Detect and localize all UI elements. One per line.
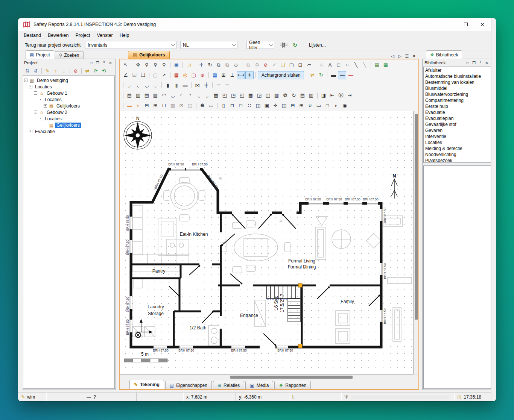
fridge-icon[interactable]: ▯ <box>219 102 228 110</box>
vertical-scroll-thumb[interactable] <box>415 114 418 320</box>
back-to-project-button[interactable]: Terug naar project overzicht <box>22 41 84 49</box>
sort-az-icon[interactable]: ⇵ <box>32 67 40 75</box>
close-tab-icon[interactable]: ✕ <box>411 54 418 59</box>
tree-expander[interactable]: - <box>39 98 42 101</box>
tree-item[interactable]: - Locaties <box>23 96 114 103</box>
wall-fill-icon[interactable]: ▬ <box>181 81 189 89</box>
image-icon[interactable]: ▦ <box>373 61 381 69</box>
toilet-icon[interactable]: ◉ <box>341 102 349 110</box>
tree-item[interactable]: - ▦ Demo vestiging <box>23 77 114 83</box>
dotted-select-icon[interactable]: ▢ <box>151 71 160 79</box>
parking-icon[interactable]: Ⓟ <box>337 91 345 100</box>
tree-item[interactable]: + ▤ Gelijkvloers <box>23 103 114 109</box>
wall-segment-alt-icon[interactable]: ▮ <box>172 81 181 89</box>
polygon-select-icon[interactable]: ◇ <box>232 61 240 69</box>
replace-icon[interactable]: ♻ <box>253 61 261 69</box>
refresh-add-icon[interactable]: ⟳ <box>91 67 100 75</box>
grid-blue-icon[interactable]: ▦ <box>211 71 219 79</box>
cabinet-icon[interactable]: ⊟ <box>289 102 297 110</box>
bottom-tab[interactable]: ▤ Eigenschappen <box>165 381 212 389</box>
tree-item[interactable]: - Locaties <box>23 83 114 90</box>
bottom-tab[interactable]: ❖ Rapporten <box>274 381 311 389</box>
bed-icon[interactable]: ▬ <box>125 102 134 110</box>
box-x-icon[interactable]: ⊠ <box>177 102 186 110</box>
stairs-u-icon[interactable]: ◱ <box>238 91 246 100</box>
library-item[interactable]: Gevaarlijke stof <box>424 121 491 127</box>
window-line-icon[interactable]: ╪ <box>202 81 210 89</box>
copy-icon[interactable]: ⧉ <box>244 61 252 69</box>
line-dotted-icon[interactable]: ┄ <box>355 71 363 79</box>
wall-segment-icon[interactable]: ▮ <box>164 81 172 89</box>
tab-gelijkvloers[interactable]: ▤ Gelijkvloers <box>128 51 170 59</box>
stairs-mid-landing-icon[interactable]: ◫ <box>264 91 272 100</box>
door-dot-icon[interactable]: ▣ <box>263 102 271 110</box>
library-item[interactable]: Melding & detectie <box>424 146 491 152</box>
language-combo[interactable]: NL <box>180 41 237 49</box>
elevator-icon[interactable]: ◨ <box>319 91 328 100</box>
menu-item[interactable]: Bewerken <box>44 32 72 39</box>
horizontal-scrollbar[interactable] <box>120 375 418 379</box>
horizontal-scroll-thumb[interactable] <box>230 376 353 379</box>
window-two-icon[interactable]: ◫ <box>254 102 262 110</box>
menu-item[interactable]: Project <box>72 32 93 39</box>
ellipse-tool-icon[interactable]: ○ <box>343 61 351 69</box>
counter-icon[interactable]: ⊔ <box>160 102 168 110</box>
prev-tab-icon[interactable]: ◁ <box>389 54 396 59</box>
parallel-lines-icon[interactable]: ═ <box>214 81 223 89</box>
library-item[interactable]: Bluswatervoorziening <box>424 91 491 97</box>
library-item[interactable]: Gevaren <box>424 127 491 133</box>
tree-expander[interactable]: - <box>34 91 37 95</box>
tab-list-icon[interactable]: ☰ <box>403 54 411 59</box>
block-icon[interactable]: ⊘ <box>71 67 80 75</box>
library-scrollbar[interactable] <box>491 18 496 401</box>
float-panel-icon[interactable]: ❐ <box>471 61 477 65</box>
crop-icon[interactable]: ⊡ <box>296 61 304 69</box>
sort-order-icon[interactable]: ⇅ <box>23 67 32 75</box>
inventory-combo[interactable]: Inventaris <box>85 41 176 49</box>
line-alt-tool-icon[interactable]: ╲ <box>360 61 369 69</box>
library-item[interactable]: Locaties <box>424 139 491 146</box>
floorplan-canvas[interactable]: N <box>120 111 414 375</box>
rect-fixture-icon[interactable]: □ <box>237 102 245 110</box>
bottom-tab[interactable]: ✎ Tekening <box>129 380 164 389</box>
tree-expander[interactable]: + <box>44 104 47 108</box>
tree-item[interactable]: - ⌂ Gebouw 1 <box>23 90 114 96</box>
door-double-icon[interactable]: ◡ <box>143 81 151 89</box>
pointer-arrow-icon[interactable]: ➚ <box>160 71 168 79</box>
cross-fixture-icon[interactable]: ✛ <box>271 102 280 110</box>
sink-icon[interactable]: ⊎ <box>306 102 314 110</box>
move-up-icon[interactable]: ↑ <box>52 67 60 75</box>
stairs-low-alt-icon[interactable]: ▥ <box>307 91 315 100</box>
lists-button[interactable]: Lijsten... <box>309 42 326 48</box>
library-item[interactable]: Noodverlichting <box>424 152 491 158</box>
target-icon[interactable]: ◎ <box>181 71 189 79</box>
fan-icon[interactable]: ❋ <box>198 102 207 110</box>
stairs-spiral-icon[interactable]: ❂ <box>281 91 289 100</box>
skew-icon[interactable]: ▱ <box>305 61 313 69</box>
stairs-turn-icon[interactable]: ◲ <box>255 91 263 100</box>
stairs-curved-left-icon[interactable]: ◜ <box>177 91 186 100</box>
frame-icon[interactable]: □ <box>323 102 332 110</box>
snap-points-icon[interactable]: ☑ <box>130 71 138 79</box>
library-item[interactable]: Afsluiter <box>424 67 491 73</box>
bed-double-icon[interactable]: ⊓ <box>228 102 236 110</box>
tree-item[interactable]: + Evacuatie <box>23 128 114 135</box>
maximize-button[interactable] <box>458 22 474 27</box>
fit-view-icon[interactable]: ⊞ <box>219 71 228 79</box>
refresh-icon[interactable]: ↻ <box>317 71 325 79</box>
tree-expander[interactable]: - <box>24 79 27 82</box>
stairs-spiral-alt-icon[interactable]: ↻ <box>290 91 298 100</box>
float-panel-icon[interactable]: ❐ <box>94 61 101 65</box>
close-background-button[interactable]: Achtergrond sluiten <box>258 71 304 79</box>
door-right-icon[interactable]: ◟ <box>134 81 142 89</box>
elevator-alt-icon[interactable]: ⇤ <box>328 91 336 100</box>
library-list[interactable]: AfsluiterAutomatische blusinstallatieBes… <box>423 67 491 163</box>
zoom-out-icon[interactable]: ⚲ <box>151 61 160 69</box>
edit-icon[interactable]: ✎ <box>43 67 52 75</box>
select-area-icon[interactable]: ▢ <box>287 61 296 69</box>
dock-tab[interactable]: ⚲ Zoeken <box>55 51 84 59</box>
line-thin-icon[interactable]: — <box>338 71 346 79</box>
accept-icon[interactable]: ✔ <box>270 61 278 69</box>
next-tab-icon[interactable]: ▷ <box>396 54 403 59</box>
menu-item[interactable]: Bestand <box>20 32 44 39</box>
